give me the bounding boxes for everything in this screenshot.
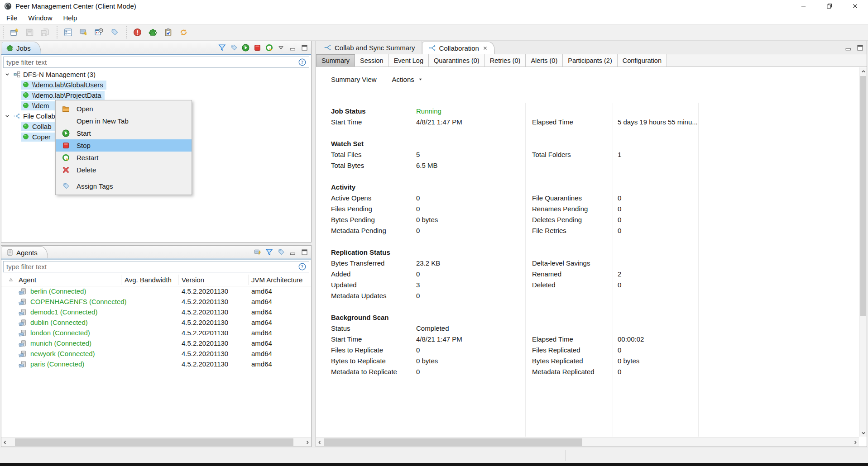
subtab-alerts-0[interactable]: Alerts (0) (526, 54, 563, 67)
schedule-button[interactable] (93, 26, 105, 38)
agent-pc-icon (19, 309, 26, 316)
agent-row[interactable]: paris (Connected) 4.5.2.20201130 amd64 (1, 359, 311, 370)
help-icon[interactable]: ? (298, 58, 306, 66)
context-menu-item-open[interactable]: Open (56, 103, 192, 115)
context-menu-item-stop[interactable]: Stop (56, 139, 192, 152)
editor-vertical-scrollbar[interactable] (859, 67, 867, 437)
editor-horizontal-scrollbar[interactable] (316, 437, 859, 447)
context-menu-item-start[interactable]: Start (56, 127, 192, 139)
sort-asc-icon[interactable] (8, 276, 14, 283)
chevron-expanded-icon[interactable] (4, 113, 10, 119)
agent-row[interactable]: munich (Connected) 4.5.2.20201130 amd64 (1, 338, 311, 349)
agent-row[interactable]: dublin (Connected) 4.5.2.20201130 amd64 (1, 318, 311, 328)
tree-group-row[interactable]: DFS-N Management (3) (1, 69, 311, 80)
column-header-avg-bandwidth[interactable]: Avg. Bandwidth (125, 276, 172, 284)
agent-properties-button[interactable] (77, 26, 90, 38)
minimize-view-icon[interactable] (289, 44, 297, 52)
save-button[interactable] (24, 26, 36, 38)
chevron-expanded-icon[interactable] (4, 71, 10, 78)
minimize-view-icon[interactable] (289, 248, 297, 256)
scroll-left-icon[interactable] (316, 437, 323, 447)
jobs-filter-input[interactable] (3, 57, 309, 68)
maximize-view-icon[interactable] (301, 248, 308, 256)
menu-help[interactable]: Help (58, 13, 83, 23)
refresh-button[interactable] (177, 26, 190, 38)
summary-label: Deleted (532, 281, 556, 289)
agent-flash-icon[interactable] (254, 248, 261, 256)
close-tab-icon[interactable] (482, 45, 488, 51)
funnel-icon[interactable] (218, 44, 226, 52)
agents-table-header[interactable]: AgentAvg. BandwidthVersionJVM Architectu… (1, 274, 311, 286)
tags-button[interactable] (108, 26, 120, 38)
tree-job-row[interactable]: \\demo.lab\ProjectData (1, 90, 311, 100)
agent-row[interactable]: newyork (Connected) 4.5.2.20201130 amd64 (1, 349, 311, 359)
tasks-button[interactable] (162, 26, 174, 38)
scroll-left-icon[interactable] (1, 437, 9, 447)
subtab-configuration[interactable]: Configuration (618, 54, 667, 67)
agent-row[interactable]: london (Connected) 4.5.2.20201130 amd64 (1, 328, 311, 338)
summary-value: 0 bytes (416, 216, 438, 223)
stop-icon[interactable] (254, 44, 261, 52)
scroll-right-icon[interactable] (304, 437, 311, 447)
editor-tab-collaboration[interactable]: Collaboration (422, 42, 495, 54)
tab-agents[interactable]: Agents (2, 246, 48, 258)
agent-row[interactable]: berlin (Connected) 4.5.2.20201130 amd64 (1, 286, 311, 297)
agent-row[interactable]: COPENHAGENFS (Connected) 4.5.2.20201130 … (1, 297, 311, 307)
context-menu-item-restart[interactable]: Restart (56, 152, 192, 164)
tree-job-row[interactable]: \\demo.lab\GlobalUsers (1, 80, 311, 90)
play-icon[interactable] (242, 44, 249, 52)
save-all-button[interactable] (39, 26, 51, 38)
new-job-icon (10, 28, 19, 37)
view-menu-icon[interactable] (277, 44, 285, 52)
jobs-view-button[interactable] (147, 26, 159, 38)
tab-jobs[interactable]: Jobs (2, 42, 41, 54)
tag-icon[interactable] (230, 44, 238, 52)
preferences-button[interactable] (62, 26, 74, 38)
context-menu-item-assign-tags[interactable]: Assign Tags (56, 180, 192, 192)
column-header-jvm-architecture[interactable]: JVM Architecture (251, 276, 302, 284)
column-divider[interactable] (121, 275, 121, 285)
subtab-retries-0[interactable]: Retries (0) (485, 54, 526, 67)
minimize-view-icon[interactable] (844, 44, 852, 52)
funnel-icon[interactable] (265, 248, 273, 256)
agent-row[interactable]: demodc1 (Connected) 4.5.2.20201130 amd64 (1, 307, 311, 318)
subtab-session[interactable]: Session (355, 54, 389, 67)
window-minimize-button[interactable] (791, 0, 816, 12)
column-header-version[interactable]: Version (182, 276, 204, 284)
scrollbar-thumb[interactable] (324, 438, 582, 446)
menu-window[interactable]: Window (23, 13, 58, 23)
window-minimize-icon (800, 3, 807, 10)
maximize-view-icon[interactable] (301, 44, 308, 52)
scrollbar-thumb[interactable] (860, 76, 866, 316)
scroll-right-icon[interactable] (852, 437, 859, 447)
agents-horizontal-scrollbar[interactable] (1, 437, 311, 447)
scroll-up-icon[interactable] (859, 67, 867, 75)
actions-dropdown[interactable]: Actions (392, 76, 423, 83)
subtab-participants-2[interactable]: Participants (2) (563, 54, 618, 67)
scroll-down-icon[interactable] (859, 429, 867, 437)
agents-filter-input[interactable] (3, 261, 309, 272)
tree-job-selection[interactable]: \\demo.lab\ProjectData (21, 91, 105, 100)
restart-icon[interactable] (265, 44, 273, 52)
maximize-view-icon[interactable] (856, 44, 864, 52)
tree-job-selection[interactable]: \\demo.lab\GlobalUsers (21, 81, 106, 90)
subtab-summary[interactable]: Summary (316, 54, 355, 67)
context-menu-item-delete[interactable]: Delete (56, 164, 192, 176)
help-icon[interactable]: ? (298, 263, 306, 271)
window-restore-button[interactable] (816, 0, 842, 12)
menu-file[interactable]: File (1, 13, 23, 23)
subtab-event-log[interactable]: Event Log (389, 54, 429, 67)
column-divider[interactable] (178, 275, 178, 285)
scrollbar-thumb[interactable] (15, 438, 293, 446)
menu-item-label: Start (77, 129, 91, 137)
editor-tab-collab-and-sync-summary[interactable]: Collab and Sync Summary (318, 41, 422, 54)
new-job-button[interactable] (8, 26, 20, 38)
subtab-quarantines-0[interactable]: Quarantines (0) (429, 54, 485, 67)
alerts-button[interactable] (131, 26, 144, 38)
tag-icon[interactable] (277, 248, 285, 256)
context-menu-item-open-in-new-tab[interactable]: Open in New Tab (56, 115, 192, 127)
column-header-agent[interactable]: Agent (19, 276, 36, 284)
window-controls (791, 0, 868, 12)
window-close-button[interactable] (842, 0, 868, 12)
column-divider[interactable] (249, 275, 249, 285)
